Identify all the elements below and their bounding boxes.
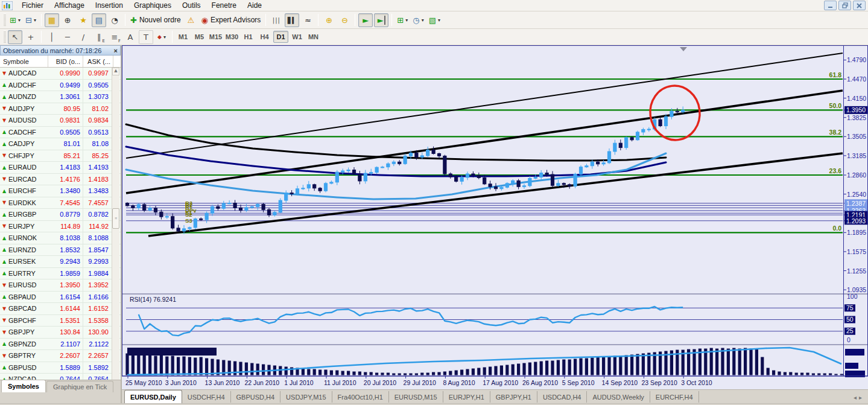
symbol-row-eurnzd[interactable]: ▲EURNZD1.85321.8547 (0, 244, 121, 257)
indicators-button[interactable]: ▧▾ (427, 13, 442, 27)
menu-graphiques[interactable]: Graphiques (128, 1, 177, 10)
menu-fichier[interactable]: Fichier (16, 1, 49, 10)
chart-tab-eurusd-daily[interactable]: EURUSD,Daily (124, 390, 182, 403)
chart-tab-gbpusd-h4[interactable]: GBPUSD,H4 (231, 391, 281, 403)
restore-button[interactable] (838, 1, 851, 10)
navigator-button[interactable]: ⊕ (60, 13, 75, 27)
timeframe-m15[interactable]: M15 (208, 31, 223, 43)
vertical-line-tool-button[interactable]: │ (45, 30, 59, 44)
market-watch-button[interactable]: ▦ (45, 13, 59, 27)
toolbar-grip2[interactable] (4, 31, 6, 43)
column-ask[interactable]: ASK (... (83, 56, 113, 67)
cursor-tool-button[interactable]: ↖ (8, 30, 22, 44)
chart-tab-usdcad-h4[interactable]: USDCAD,H4 (537, 391, 588, 403)
zoom-in-button[interactable]: ⊕ (322, 13, 336, 27)
strategy-tester-button[interactable]: ◔ (107, 13, 122, 27)
line-chart-type-button[interactable]: ≈ (300, 13, 315, 27)
minimize-button[interactable] (824, 1, 837, 10)
zoom-out-button[interactable]: ⊖ (337, 13, 352, 27)
symbol-row-gbpjpy[interactable]: ▼GBPJPY130.84130.90 (0, 327, 121, 339)
scrollbar-thumb[interactable]: ≡ (112, 208, 119, 229)
new-chart-button[interactable]: ⊞▾ (8, 13, 22, 27)
equidistant-channel-tool-button[interactable]: ∥E (92, 30, 106, 44)
text-tool-button[interactable]: A (123, 30, 138, 44)
chart-tab-audusd-weekly[interactable]: AUDUSD,Weekly (587, 391, 650, 403)
menu-affichage[interactable]: Affichage (49, 1, 90, 10)
market-watch-scrollbar[interactable]: ▲ ≡ (112, 68, 119, 380)
symbol-row-cadchf[interactable]: ▲CADCHF0.95050.9513 (0, 127, 121, 139)
menu-insertion[interactable]: Insertion (90, 1, 128, 10)
symbol-row-gbpusd[interactable]: ▲GBPUSD1.58891.5892 (0, 362, 121, 374)
trendline-tool-button[interactable]: / (76, 30, 90, 44)
expert-advisors-button[interactable]: ◉Expert Advisors (200, 13, 263, 27)
terminal-button[interactable]: ▤ (92, 13, 106, 27)
timeframe-mn[interactable]: MN (306, 31, 321, 43)
symbol-row-chfjpy[interactable]: ▼CHFJPY85.2185.25 (0, 150, 121, 162)
market-watch-close-icon[interactable]: × (114, 47, 118, 54)
symbol-row-eursek[interactable]: ▲EURSEK9.29439.2993 (0, 256, 121, 268)
market-watch-header[interactable]: Symbole BID (o... ASK (... (0, 56, 121, 68)
symbol-row-gbpaud[interactable]: ▲GBPAUD1.61541.6166 (0, 292, 121, 304)
symbol-row-cadjpy[interactable]: ▲CADJPY81.0181.08 (0, 138, 121, 150)
close-button[interactable] (853, 1, 866, 10)
symbol-row-audnzd[interactable]: ▲AUDNZD1.30611.3073 (0, 91, 121, 103)
text-label-tool-button[interactable]: T (139, 30, 153, 44)
chart-tab-gbpjpy-h1[interactable]: GBPJPY,H1 (490, 391, 537, 403)
symbol-row-eurusd[interactable]: ▼EURUSD1.39501.3952 (0, 279, 121, 292)
candlestick-chart-type-button[interactable]: ▋▍ (285, 13, 299, 27)
bar-chart-type-button[interactable]: ||| (269, 13, 284, 27)
symbol-row-audchf[interactable]: ▲AUDCHF0.94990.9505 (0, 80, 121, 92)
symbol-row-nzdcad[interactable]: ▲NZDCAD0.76440.7654 (0, 374, 121, 380)
symbol-row-audcad[interactable]: ▼AUDCAD0.99900.9997 (0, 68, 121, 80)
chart-tab-usdjpy-m15[interactable]: USDJPY,M15 (280, 391, 332, 403)
symbol-row-audusd[interactable]: ▼AUDUSD0.98310.9834 (0, 115, 121, 127)
symbol-row-eurjpy[interactable]: ▼EURJPY114.89114.92 (0, 221, 121, 233)
symbol-row-audjpy[interactable]: ▼AUDJPY80.9581.02 (0, 103, 121, 115)
horizontal-line-tool-button[interactable]: ─ (60, 30, 75, 44)
timeframe-h4[interactable]: H4 (257, 31, 272, 43)
timeframe-m1[interactable]: M1 (176, 31, 191, 43)
crosshair-tool-button[interactable]: + (24, 30, 38, 44)
symbol-row-eurchf[interactable]: ▲EURCHF1.34801.3483 (0, 185, 121, 197)
symbol-row-eurgbp[interactable]: ▲EURGBP0.87790.8782 (0, 209, 121, 221)
chart-tab-eurusd-m15[interactable]: EURUSD,M15 (389, 391, 443, 403)
symbol-row-eurcad[interactable]: ▼EURCAD1.41761.4183 (0, 174, 121, 186)
timeframe-m5[interactable]: M5 (192, 31, 207, 43)
market-watch-titlebar[interactable]: Observation du marché: 07:18:26 × (0, 45, 121, 56)
symbol-row-gbpnzd[interactable]: ▲GBPNZD2.11072.1122 (0, 339, 121, 351)
menu-fenetre[interactable]: Fenetre (206, 1, 242, 10)
new-order-button[interactable]: ✚Nouvel ordre (128, 13, 183, 27)
timeframe-m30[interactable]: M30 (224, 31, 239, 43)
timeframe-w1[interactable]: W1 (290, 31, 305, 43)
fibonacci-tool-button[interactable]: ≡F (107, 30, 122, 44)
chart-tab-eurjpy-h1[interactable]: EURJPY,H1 (443, 391, 490, 403)
symbol-row-gbpcad[interactable]: ▼GBPCAD1.61441.6152 (0, 303, 121, 315)
chart-tab-usdchf-h4[interactable]: USDCHF,H4 (182, 391, 231, 403)
chart-tab-scroll-arrows[interactable]: ◂▸ (854, 394, 864, 401)
auto-scroll-button[interactable]: ► (358, 13, 373, 27)
symbol-row-euraud[interactable]: ▲EURAUD1.41831.4193 (0, 162, 121, 174)
alert-icon[interactable]: ⚠ (184, 13, 198, 27)
symbol-row-gbpchf[interactable]: ▼GBPCHF1.53511.5358 (0, 315, 121, 327)
scrollbar-up-arrow[interactable]: ▲ (112, 68, 119, 75)
timeframe-d1[interactable]: D1 (273, 31, 288, 43)
menu-aide[interactable]: Aide (242, 1, 267, 10)
profiles-button[interactable]: ⊟▾ (24, 13, 38, 27)
column-bid[interactable]: BID (o... (48, 56, 83, 67)
new-window-button[interactable]: ⊞▾ (395, 13, 410, 27)
favorites-button[interactable]: ★ (76, 13, 90, 27)
symbol-row-gbptry[interactable]: ▼GBPTRY2.26072.2657 (0, 350, 121, 362)
timeframe-h1[interactable]: H1 (241, 31, 256, 43)
market-watch-tab-graphique-en-tick[interactable]: Graphique en Tick (46, 381, 113, 392)
chart-tab-eurchf-h4[interactable]: EURCHF,H4 (650, 391, 699, 403)
periods-button[interactable]: ◷▾ (411, 13, 425, 27)
menu-outils[interactable]: Outils (177, 1, 206, 10)
chart-shift-button[interactable]: ► (374, 13, 388, 27)
eurusd-daily-chart[interactable]: 61.850.038.223.60.0R3R2R1DPvS1S2S31.4790… (122, 45, 868, 389)
arrows-tool-button[interactable]: ◆▾ (154, 30, 169, 44)
chart-tab-fra40oct10-h1[interactable]: Fra40Oct10,H1 (332, 391, 389, 403)
market-watch-tab-symboles[interactable]: Symboles (1, 380, 46, 392)
symbol-row-eurdkk[interactable]: ▼EURDKK7.45457.4557 (0, 197, 121, 209)
toolbar-grip[interactable] (4, 14, 6, 26)
column-symbol[interactable]: Symbole (0, 56, 48, 67)
